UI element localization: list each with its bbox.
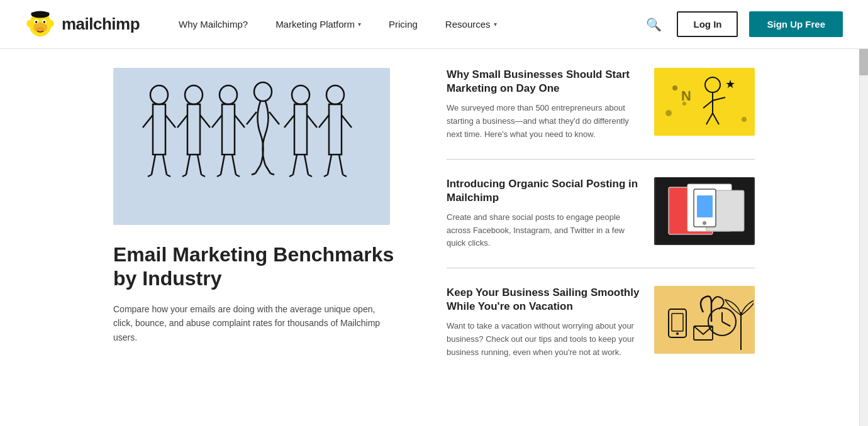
signup-button[interactable]: Sign Up Free [749,11,843,37]
article-card-3: Keep Your Business Sailing Smoothly Whil… [447,268,755,377]
card-desc-3: Want to take a vacation without worrying… [447,320,640,359]
hero-image [113,68,390,225]
svg-point-8 [49,19,54,26]
logo-text: mailchimp [62,14,140,34]
nav-pricing[interactable]: Pricing [375,0,431,49]
logo-icon [25,9,55,40]
right-column: Why Small Businesses Should Start Market… [447,68,755,377]
card-text-2: Introducing Organic Social Posting in Ma… [447,177,640,251]
card-desc-1: We surveyed more than 500 entrepreneurs … [447,102,640,141]
svg-text:N: N [681,88,691,104]
nav-resources[interactable]: Resources ▾ [431,0,511,49]
card-title-1[interactable]: Why Small Businesses Should Start Market… [447,68,640,96]
thumb-illustration-2 [656,178,754,244]
svg-point-78 [703,221,706,225]
chevron-down-icon: ▾ [358,21,361,28]
svg-point-7 [26,19,31,26]
svg-point-70 [742,117,747,122]
main-article-description: Compare how your emails are doing with t… [113,302,396,344]
svg-point-5 [43,21,46,23]
hero-illustration [116,71,387,222]
nav-why-mailchimp[interactable]: Why Mailchimp? [165,0,262,49]
thumb-illustration-3 [656,287,754,353]
chevron-down-icon: ▾ [494,21,497,28]
svg-point-82 [676,332,679,335]
svg-rect-77 [697,195,713,217]
card-thumb-2[interactable] [654,177,755,245]
nav-links: Why Mailchimp? Marketing Platform ▾ Pric… [165,0,642,49]
search-button[interactable]: 🔍 [642,13,665,36]
card-desc-2: Create and share social posts to engage … [447,211,640,250]
card-title-3[interactable]: Keep Your Business Sailing Smoothly Whil… [447,286,640,314]
main-article-title: Email Marketing Benchmarks by Industry [113,243,396,291]
svg-rect-10 [31,12,50,15]
article-card-1: Why Small Businesses Should Start Market… [447,68,755,160]
thumb-illustration-1: ★ N [656,69,754,135]
main-content: Email Marketing Benchmarks by Industry C… [0,49,868,402]
svg-rect-59 [656,69,754,135]
card-thumb-1[interactable]: ★ N [654,68,755,136]
svg-point-67 [672,85,677,90]
card-title-2[interactable]: Introducing Organic Social Posting in Ma… [447,177,640,205]
nav-right: 🔍 Log In Sign Up Free [642,11,843,37]
svg-rect-11 [116,71,387,222]
navbar: mailchimp Why Mailchimp? Marketing Platf… [0,0,868,49]
scrollbar-track[interactable] [859,0,868,402]
svg-point-69 [665,110,672,116]
left-column: Email Marketing Benchmarks by Industry C… [113,68,396,377]
logo-link[interactable]: mailchimp [25,9,140,40]
article-card-2: Introducing Organic Social Posting in Ma… [447,160,755,269]
nav-marketing-platform[interactable]: Marketing Platform ▾ [262,0,375,49]
card-text-1: Why Small Businesses Should Start Market… [447,68,640,141]
card-text-3: Keep Your Business Sailing Smoothly Whil… [447,286,640,359]
card-thumb-3[interactable] [654,286,755,354]
search-icon: 🔍 [646,18,662,31]
svg-point-4 [35,21,38,23]
login-button[interactable]: Log In [677,11,738,37]
svg-text:★: ★ [725,78,735,90]
